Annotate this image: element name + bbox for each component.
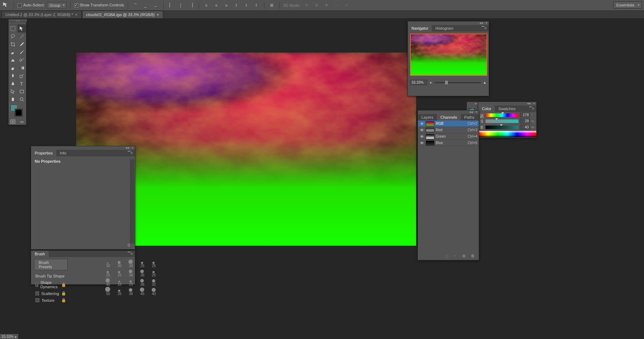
align-horizontal-centers-icon[interactable]: │: [177, 1, 185, 9]
background-color[interactable]: [15, 109, 22, 116]
tab-color[interactable]: Color: [478, 105, 495, 112]
visibility-eye-icon[interactable]: 👁: [419, 122, 424, 126]
panel-menu-icon[interactable]: ▔≡: [527, 105, 536, 112]
brush-item-scattering[interactable]: Scattering🔒: [31, 290, 70, 297]
status-zoom[interactable]: 33.33%: [1, 335, 14, 339]
channel-row[interactable]: 👁RGBCtrl+2: [418, 121, 479, 127]
collapse-icon[interactable]: ◂◂: [479, 21, 483, 25]
brush-preset[interactable]: 40: [148, 287, 159, 296]
eyedropper-tool[interactable]: [18, 40, 26, 48]
tool-preset-picker[interactable]: [2, 1, 10, 9]
collapse-arrows-icon[interactable]: « »: [8, 19, 27, 22]
doc-tab-untitled[interactable]: Untitled-1 @ 33.3% (Layer 2, RGB/8) *×: [1, 11, 82, 18]
delete-channel-icon[interactable]: 🗑: [471, 254, 476, 259]
tab-paths[interactable]: Paths: [461, 114, 478, 121]
brush-preset[interactable]: 30: [103, 259, 113, 268]
brush-preset[interactable]: 25: [114, 269, 125, 277]
crop-tool[interactable]: [9, 40, 18, 48]
channel-row[interactable]: 👁GreenCtrl+4: [418, 133, 479, 140]
panel-menu-icon[interactable]: ▔≡: [479, 25, 489, 31]
visibility-eye-icon[interactable]: 👁: [419, 128, 424, 132]
brush-preset[interactable]: 36: [137, 278, 148, 286]
hand-tool[interactable]: [9, 95, 18, 103]
save-selection-icon[interactable]: ▫: [454, 254, 459, 259]
collapse-icon[interactable]: ◂◂: [527, 102, 531, 105]
brush-preset[interactable]: 25: [148, 259, 159, 268]
3d-pan-icon[interactable]: ✥: [322, 1, 330, 9]
brush-preset[interactable]: 25: [126, 278, 136, 286]
gradient-tool[interactable]: [18, 64, 26, 72]
standard-mode-icon[interactable]: [9, 118, 18, 125]
align-vertical-centers-icon[interactable]: ⎯: [142, 1, 150, 9]
brush-preset-grid[interactable]: 3030302525252536362545182536325525364540: [103, 259, 159, 296]
pen-tool[interactable]: [9, 80, 18, 88]
tab-navigator[interactable]: Navigator: [408, 25, 432, 31]
brush-preset[interactable]: 30: [114, 259, 125, 268]
brush-preset[interactable]: 36: [126, 269, 136, 277]
close-icon[interactable]: ×: [533, 102, 535, 105]
path-selection-tool[interactable]: [9, 88, 18, 95]
brightness-input[interactable]: [520, 125, 530, 129]
collapse-icon[interactable]: ◂◂: [469, 110, 473, 114]
workspace-switcher[interactable]: Essentials: [613, 1, 642, 9]
brightness-slider[interactable]: [486, 126, 518, 129]
saturation-input[interactable]: [520, 119, 530, 123]
navigator-thumbnail[interactable]: [410, 34, 487, 76]
brush-preset[interactable]: 45: [137, 287, 148, 296]
hue-input[interactable]: [520, 113, 530, 117]
doc-tab-clouds[interactable]: clouds01_RGBA.tga @ 33.3% (RGB/8)×: [82, 11, 163, 18]
tab-channels[interactable]: Channels: [437, 114, 460, 121]
load-selection-icon[interactable]: ◌: [445, 254, 450, 259]
hue-slider[interactable]: [486, 113, 518, 117]
3d-slide-icon[interactable]: ↔: [332, 1, 340, 9]
zoom-in-icon[interactable]: ▲: [483, 80, 487, 84]
magic-wand-tool[interactable]: [18, 33, 26, 40]
distribute-vcenter-icon[interactable]: ≡: [213, 1, 220, 9]
close-icon[interactable]: ×: [132, 146, 133, 149]
trash-icon[interactable]: 🗑: [127, 243, 133, 249]
new-channel-icon[interactable]: ⊞: [462, 254, 467, 259]
zoom-value-input[interactable]: [410, 80, 427, 85]
brush-item-texture[interactable]: Texture🔒: [31, 297, 70, 304]
zoom-out-icon[interactable]: ▲: [429, 81, 432, 84]
channel-row[interactable]: 👁RedCtrl+3: [418, 127, 479, 133]
distribute-bottom-icon[interactable]: ≡: [223, 1, 230, 9]
zoom-slider[interactable]: [434, 82, 481, 83]
brush-preset[interactable]: 45: [103, 278, 113, 286]
distribute-right-icon[interactable]: ⦀: [253, 1, 260, 9]
distribute-left-icon[interactable]: ⦀: [233, 1, 240, 9]
close-icon[interactable]: ×: [157, 13, 159, 17]
auto-select-toggle[interactable]: Auto-Select:: [18, 3, 45, 8]
distribute-hcenter-icon[interactable]: ⦀: [243, 1, 250, 9]
brush-preset[interactable]: 32: [148, 278, 159, 286]
zoom-tool[interactable]: [18, 95, 26, 103]
channel-row[interactable]: 👁BlueCtrl+5: [418, 140, 479, 146]
saturation-slider[interactable]: [486, 119, 518, 123]
marquee-tool[interactable]: [9, 25, 18, 33]
type-tool[interactable]: T: [18, 80, 26, 88]
panel-menu-icon[interactable]: ▾≡: [478, 114, 486, 121]
tab-brush[interactable]: Brush: [31, 251, 49, 257]
tab-layers[interactable]: Layers: [418, 114, 437, 121]
3d-scale-icon[interactable]: ⤢: [342, 1, 350, 9]
rectangle-tool[interactable]: [18, 88, 26, 95]
panel-menu-icon[interactable]: ▔≡: [126, 150, 135, 156]
move-tool[interactable]: [18, 25, 26, 33]
brush-preset[interactable]: 25: [148, 269, 159, 277]
show-transform-toggle[interactable]: Show Transform Controls: [74, 3, 124, 8]
brush-item-tip-shape[interactable]: Brush Tip Shape: [31, 273, 70, 279]
brush-preset[interactable]: 36: [137, 269, 148, 277]
close-icon[interactable]: ×: [75, 13, 77, 17]
eraser-tool[interactable]: [9, 64, 18, 72]
lasso-tool[interactable]: [9, 33, 18, 40]
status-menu-icon[interactable]: ▸: [15, 335, 17, 339]
expand-icon[interactable]: ▸▸: [475, 102, 478, 105]
healing-brush-tool[interactable]: [9, 48, 18, 56]
dodge-tool[interactable]: [18, 72, 26, 80]
brush-preset[interactable]: 25: [137, 259, 148, 268]
auto-align-icon[interactable]: ⊞: [268, 1, 276, 9]
align-left-edges-icon[interactable]: ▏: [167, 1, 175, 9]
history-brush-tool[interactable]: [18, 56, 26, 64]
brush-presets-button[interactable]: Brush Presets: [34, 259, 68, 270]
brush-tool[interactable]: [18, 48, 26, 56]
